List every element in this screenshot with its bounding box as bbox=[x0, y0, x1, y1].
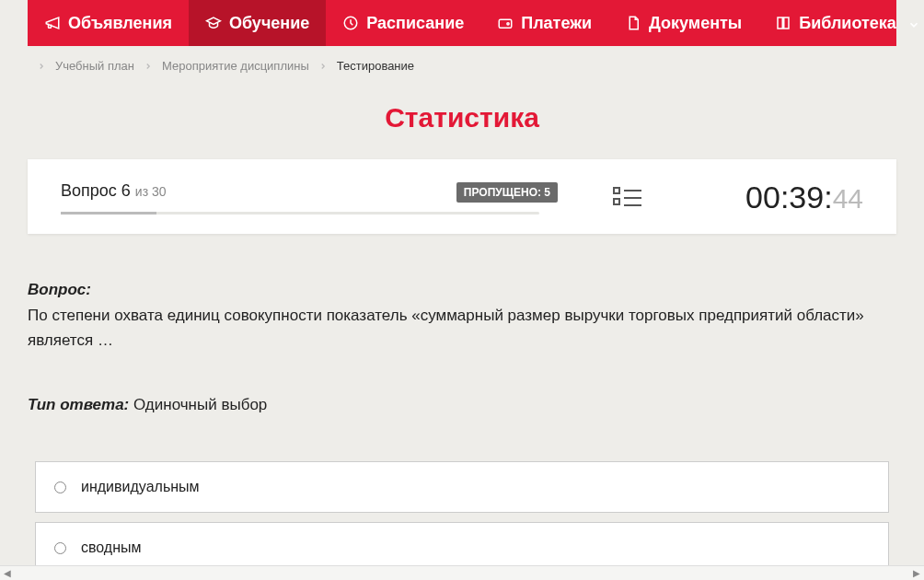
nav-payments[interactable]: Платежи bbox=[480, 0, 608, 46]
scroll-left-arrow[interactable]: ◀ bbox=[0, 566, 15, 581]
page-title: Статистика bbox=[28, 102, 896, 133]
question-counter: Вопрос 6 из 30 bbox=[61, 181, 167, 201]
scroll-right-arrow[interactable]: ▶ bbox=[909, 566, 924, 581]
answer-options: индивидуальным сводным bbox=[28, 461, 896, 565]
chevron-down-icon bbox=[907, 17, 920, 29]
progress-fill bbox=[61, 212, 156, 215]
breadcrumb-link[interactable]: Учебный план bbox=[55, 59, 134, 73]
nav-education[interactable]: Обучение bbox=[189, 0, 326, 46]
nav-label: Объявления bbox=[68, 14, 172, 33]
nav-label: Расписание bbox=[366, 14, 464, 33]
answer-type: Тип ответа: Одиночный выбор bbox=[28, 393, 896, 417]
radio-icon bbox=[54, 481, 66, 493]
scroll-track[interactable] bbox=[15, 566, 909, 580]
status-card: Вопрос 6 из 30 ПРОПУЩЕНО: 5 bbox=[28, 159, 896, 234]
breadcrumb-link[interactable]: Мероприятие дисциплины bbox=[162, 59, 309, 73]
doc-icon bbox=[625, 15, 641, 31]
progress-bar bbox=[61, 212, 539, 215]
option-label: сводным bbox=[81, 539, 142, 556]
chevron-right-icon bbox=[37, 62, 46, 71]
nav-documents[interactable]: Документы bbox=[608, 0, 758, 46]
nav-label: Библиотека bbox=[799, 14, 896, 33]
chevron-right-icon bbox=[318, 62, 328, 71]
nav-label: Платежи bbox=[521, 14, 592, 33]
answer-option[interactable]: индивидуальным bbox=[35, 461, 889, 513]
nav-library[interactable]: Библиотека bbox=[758, 0, 924, 46]
nav-label: Документы bbox=[649, 14, 742, 33]
megaphone-icon bbox=[44, 15, 61, 31]
radio-icon bbox=[54, 542, 66, 554]
svg-point-2 bbox=[507, 23, 509, 25]
question-label: Вопрос: bbox=[28, 278, 896, 302]
nav-label: Обучение bbox=[229, 14, 309, 33]
svg-rect-3 bbox=[614, 188, 619, 193]
nav-schedule[interactable]: Расписание bbox=[326, 0, 480, 46]
timer: 00:39:44 bbox=[745, 180, 863, 215]
question-list-icon[interactable] bbox=[613, 186, 642, 210]
answer-option[interactable]: сводным bbox=[35, 522, 889, 565]
skipped-badge: ПРОПУЩЕНО: 5 bbox=[456, 182, 558, 203]
book-icon bbox=[775, 15, 791, 31]
clock-icon bbox=[342, 15, 359, 31]
svg-rect-5 bbox=[614, 199, 619, 204]
horizontal-scrollbar[interactable]: ◀ ▶ bbox=[0, 565, 924, 580]
question-text: По степени охвата единиц совокупности по… bbox=[28, 304, 896, 353]
breadcrumb-current: Тестирование bbox=[337, 59, 414, 73]
main-nav: Объявления Обучение Расписание Платежи bbox=[28, 0, 896, 46]
cap-icon bbox=[205, 15, 222, 31]
nav-announcements[interactable]: Объявления bbox=[28, 0, 189, 46]
chevron-right-icon bbox=[144, 62, 153, 71]
option-label: индивидуальным bbox=[81, 479, 200, 495]
breadcrumb: Учебный план Мероприятие дисциплины Тест… bbox=[28, 46, 896, 86]
wallet-icon bbox=[497, 15, 514, 31]
